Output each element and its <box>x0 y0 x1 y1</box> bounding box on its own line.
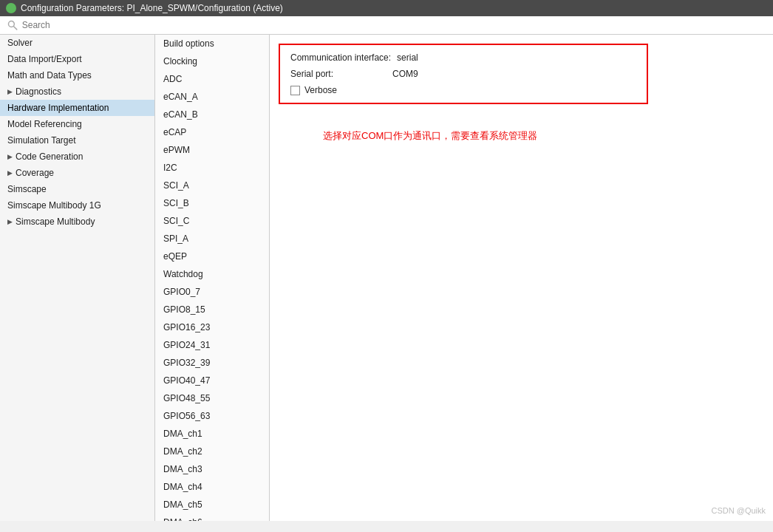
title-bar: Configuration Parameters: PI_Alone_SPWM/… <box>0 0 773 16</box>
verbose-label: Verbose <box>304 85 337 95</box>
comm-interface-value: serial <box>397 52 418 63</box>
middle-item-sci-a[interactable]: SCI_A <box>155 177 269 194</box>
middle-item-label: GPIO8_15 <box>163 304 205 315</box>
middle-item-label: GPIO48_55 <box>163 393 210 403</box>
serial-port-row: Serial port: COM9 <box>290 69 636 79</box>
middle-item-build-options[interactable]: Build options <box>155 35 269 52</box>
sidebar-item-label: Simscape <box>7 184 47 194</box>
middle-item-label: eCAP <box>163 127 186 137</box>
middle-item-dma-ch1[interactable]: DMA_ch1 <box>155 425 269 443</box>
sidebar-item-label: Diagnostics <box>16 86 61 97</box>
middle-item-label: eCAN_A <box>163 92 198 102</box>
arrow-icon: ▶ <box>7 218 13 225</box>
middle-item-dma-ch5[interactable]: DMA_ch5 <box>155 496 269 514</box>
middle-item-sci-c[interactable]: SCI_C <box>155 212 269 230</box>
middle-item-label: GPIO56_63 <box>163 411 210 421</box>
middle-item-dma-ch3[interactable]: DMA_ch3 <box>155 460 269 478</box>
comm-box: Communication interface: serial Serial p… <box>279 44 648 104</box>
middle-item-label: Build options <box>163 38 214 49</box>
arrow-icon: ▶ <box>7 153 13 160</box>
middle-item-sci-b[interactable]: SCI_B <box>155 194 269 212</box>
sidebar-item-label: Math and Data Types <box>7 70 92 81</box>
search-input[interactable] <box>22 20 766 30</box>
middle-item-epwm[interactable]: ePWM <box>155 141 269 159</box>
verbose-checkbox[interactable] <box>290 86 300 95</box>
middle-item-spi-a[interactable]: SPI_A <box>155 230 269 248</box>
middle-item-dma-ch6[interactable]: DMA_ch6 <box>155 514 269 521</box>
sidebar-item-simscape-multibody[interactable]: ▶Simscape Multibody <box>0 214 154 230</box>
sidebar-item-label: Coverage <box>16 168 54 178</box>
sidebar-item-coverage[interactable]: ▶Coverage <box>0 165 154 181</box>
middle-item-label: DMA_ch6 <box>163 517 202 521</box>
right-content: Communication interface: serial Serial p… <box>270 35 773 521</box>
sidebar-item-model-referencing[interactable]: Model Referencing <box>0 116 154 132</box>
sidebar-item-simscape-multibody-1g[interactable]: Simscape Multibody 1G <box>0 197 154 214</box>
sidebar-item-label: Simulation Target <box>7 135 76 146</box>
middle-item-adc[interactable]: ADC <box>155 70 269 88</box>
middle-item-label: ePWM <box>163 145 190 155</box>
sidebar-item-diagnostics[interactable]: ▶Diagnostics <box>0 83 154 100</box>
middle-item-gpio8-15[interactable]: GPIO8_15 <box>155 301 269 318</box>
sidebar-item-label: Code Generation <box>16 151 83 162</box>
sidebar-item-simscape[interactable]: Simscape <box>0 181 154 197</box>
hint-text: 选择对应COM口作为通讯口，需要查看系统管理器 <box>323 129 764 143</box>
main-container: SolverData Import/ExportMath and Data Ty… <box>0 35 773 521</box>
middle-item-label: GPIO0_7 <box>163 287 200 297</box>
sidebar-item-simulation-target[interactable]: Simulation Target <box>0 132 154 149</box>
middle-item-ecan-b[interactable]: eCAN_B <box>155 106 269 123</box>
middle-item-label: Clocking <box>163 56 197 66</box>
middle-item-eqep[interactable]: eQEP <box>155 248 269 265</box>
middle-item-label: GPIO32_39 <box>163 358 210 368</box>
middle-item-clocking[interactable]: Clocking <box>155 52 269 70</box>
sidebar-item-data-import-export[interactable]: Data Import/Export <box>0 51 154 67</box>
serial-port-value: COM9 <box>392 69 418 79</box>
sidebar-item-label: Simscape Multibody 1G <box>7 200 101 211</box>
title-text: Configuration Parameters: PI_Alone_SPWM/… <box>21 3 283 13</box>
search-icon <box>7 20 18 30</box>
arrow-icon: ▶ <box>7 169 13 177</box>
middle-item-gpio16-23[interactable]: GPIO16_23 <box>155 318 269 336</box>
middle-item-label: GPIO24_31 <box>163 340 210 350</box>
middle-item-label: DMA_ch2 <box>163 446 202 457</box>
middle-item-dma-ch4[interactable]: DMA_ch4 <box>155 478 269 496</box>
middle-item-watchdog[interactable]: Watchdog <box>155 265 269 283</box>
middle-item-label: Watchdog <box>163 269 203 279</box>
sidebar-item-math-data-types[interactable]: Math and Data Types <box>0 67 154 83</box>
middle-item-label: eQEP <box>163 251 187 262</box>
sidebar-item-label: Simscape Multibody <box>16 216 95 227</box>
sidebar-item-code-generation[interactable]: ▶Code Generation <box>0 149 154 165</box>
middle-item-label: eCAN_B <box>163 109 198 120</box>
middle-item-dma-ch2[interactable]: DMA_ch2 <box>155 443 269 460</box>
middle-item-label: SCI_C <box>163 216 189 226</box>
middle-item-ecan-a[interactable]: eCAN_A <box>155 88 269 106</box>
middle-item-gpio32-39[interactable]: GPIO32_39 <box>155 354 269 372</box>
sidebar-item-solver[interactable]: Solver <box>0 35 154 51</box>
serial-port-label: Serial port: <box>290 69 386 79</box>
sidebar-item-label: Data Import/Export <box>7 54 82 64</box>
svg-line-1 <box>13 26 16 29</box>
middle-item-label: DMA_ch1 <box>163 429 202 439</box>
middle-item-label: DMA_ch3 <box>163 464 202 474</box>
middle-item-gpio40-47[interactable]: GPIO40_47 <box>155 372 269 389</box>
middle-item-label: SCI_A <box>163 180 189 191</box>
middle-item-label: GPIO40_47 <box>163 375 210 386</box>
sidebar-item-label: Solver <box>7 38 33 48</box>
middle-item-gpio0-7[interactable]: GPIO0_7 <box>155 283 269 301</box>
middle-item-i2c[interactable]: I2C <box>155 159 269 177</box>
middle-item-gpio48-55[interactable]: GPIO48_55 <box>155 389 269 407</box>
middle-item-ecap[interactable]: eCAP <box>155 123 269 141</box>
title-icon <box>6 3 16 13</box>
middle-item-label: I2C <box>163 163 177 173</box>
comm-interface-row: Communication interface: serial <box>290 52 636 63</box>
middle-item-gpio24-31[interactable]: GPIO24_31 <box>155 336 269 354</box>
middle-item-label: SPI_A <box>163 233 188 244</box>
middle-item-label: DMA_ch4 <box>163 482 202 492</box>
arrow-icon: ▶ <box>7 88 13 95</box>
sidebar-item-label: Model Referencing <box>7 119 82 129</box>
comm-interface-label: Communication interface: <box>290 52 391 63</box>
verbose-row: Verbose <box>290 85 636 95</box>
sidebar-item-hardware-implementation[interactable]: Hardware Implementation <box>0 100 154 116</box>
middle-item-gpio56-63[interactable]: GPIO56_63 <box>155 407 269 425</box>
middle-item-label: ADC <box>163 74 182 84</box>
middle-item-label: DMA_ch5 <box>163 499 202 510</box>
